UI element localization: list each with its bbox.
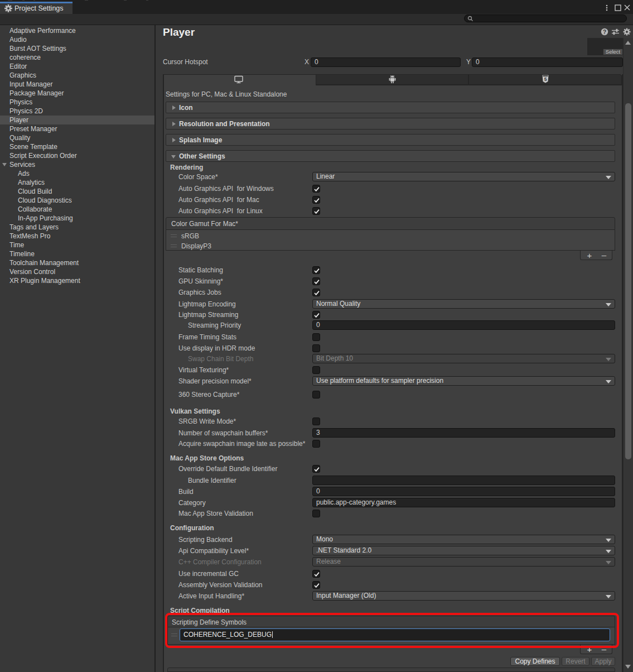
svg-text:?: ? bbox=[603, 29, 606, 35]
svg-text:5: 5 bbox=[544, 76, 547, 82]
